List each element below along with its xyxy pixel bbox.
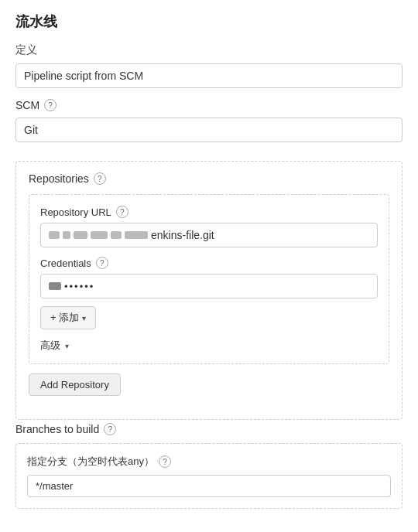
repo-url-label: Repository URL xyxy=(40,206,111,218)
repositories-help-icon[interactable]: ? xyxy=(94,172,106,185)
url-blur-1 xyxy=(49,231,60,239)
chevron-down-icon: ▾ xyxy=(82,314,86,322)
branches-label-row: Branches to build ? xyxy=(15,423,403,435)
branch-spec-input[interactable] xyxy=(27,475,391,497)
branches-help-icon[interactable]: ? xyxy=(104,423,116,435)
repo-url-input[interactable]: enkins-file.git xyxy=(40,223,378,247)
repositories-container: Repositories ? Repository URL ? enkins-f… xyxy=(15,161,403,420)
scm-section: SCM ? Git Repositories ? Repository URL … xyxy=(15,99,403,509)
url-blur-6 xyxy=(125,231,148,239)
branches-section: Branches to build ? 指定分支（为空时代表any） ? xyxy=(15,423,403,509)
credentials-blur xyxy=(49,282,61,290)
url-blur-5 xyxy=(111,231,122,239)
url-blur-2 xyxy=(63,231,70,239)
add-repository-button[interactable]: Add Repository xyxy=(29,373,121,396)
repositories-label-row: Repositories ? xyxy=(29,172,389,185)
scm-help-icon[interactable]: ? xyxy=(44,99,57,111)
repo-url-help-icon[interactable]: ? xyxy=(116,206,128,218)
definition-label: 定义 xyxy=(15,43,403,57)
url-blur-3 xyxy=(74,231,87,239)
branches-label: Branches to build xyxy=(15,423,99,435)
credentials-label-row: Credentials ? xyxy=(40,257,378,269)
repo-url-label-row: Repository URL ? xyxy=(40,206,378,218)
scm-select[interactable]: Git xyxy=(15,118,403,142)
advanced-chevron-icon: ▾ xyxy=(65,342,69,350)
repository-item: Repository URL ? enkins-file.git Credent… xyxy=(29,194,389,364)
add-credentials-button[interactable]: + 添加 ▾ xyxy=(40,306,96,329)
definition-select[interactable]: Pipeline script from SCM xyxy=(15,63,403,88)
repositories-label: Repositories xyxy=(29,172,89,185)
add-button-label: + 添加 xyxy=(50,311,79,325)
scm-label: SCM xyxy=(15,99,39,111)
credentials-input[interactable]: •••••• xyxy=(40,274,378,298)
url-suffix: enkins-file.git xyxy=(151,229,214,241)
page-title: 流水线 xyxy=(15,12,403,31)
url-blur-4 xyxy=(91,231,108,239)
credentials-help-icon[interactable]: ? xyxy=(96,257,108,269)
credentials-label: Credentials xyxy=(40,257,91,269)
branches-inner-box: 指定分支（为空时代表any） ? xyxy=(15,443,403,509)
add-repository-label: Add Repository xyxy=(40,379,109,390)
advanced-label: 高级 xyxy=(40,339,60,353)
scm-label-row: SCM ? xyxy=(15,99,403,111)
credentials-masked: •••••• xyxy=(64,281,94,292)
branch-spec-label: 指定分支（为空时代表any） xyxy=(27,455,154,469)
branch-spec-help-icon[interactable]: ? xyxy=(159,455,171,468)
advanced-toggle[interactable]: 高级 ▾ xyxy=(40,339,378,353)
branch-spec-label-row: 指定分支（为空时代表any） ? xyxy=(27,455,391,469)
